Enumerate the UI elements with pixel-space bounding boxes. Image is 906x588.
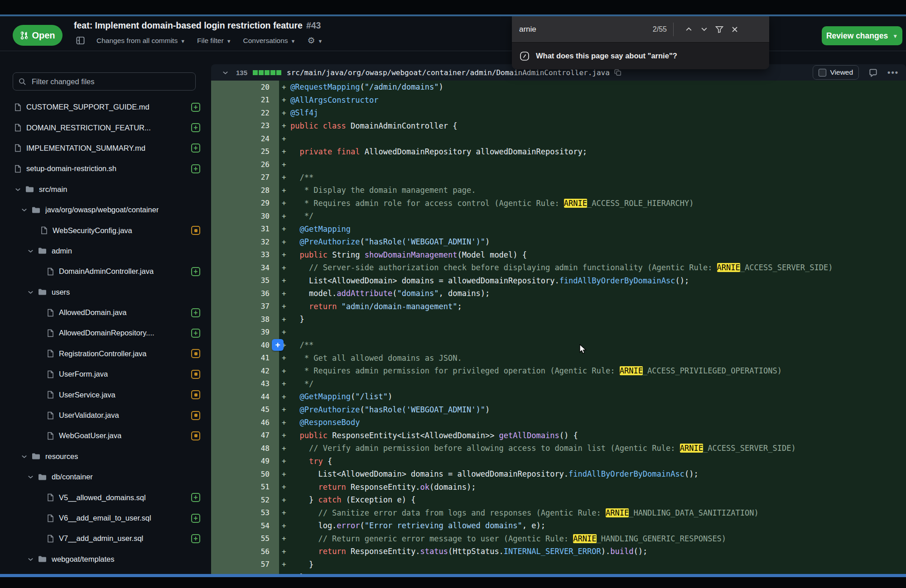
diff-add-marker: + [282, 508, 290, 517]
search-match-highlight: ARNIE [606, 508, 629, 517]
sidebar-toggle-button[interactable] [76, 36, 85, 45]
copy-path-icon[interactable] [614, 69, 622, 76]
diff-add-marker: + [282, 418, 290, 427]
line-number: 36 [211, 289, 270, 298]
tree-file-v5-allowed-domains-sql[interactable]: V5__allowed_domains.sql+ [0, 487, 211, 507]
chevron-down-icon [14, 186, 21, 193]
tree-file-alloweddomainrepository-[interactable]: AllowedDomainRepository....+ [0, 323, 211, 343]
chevron-down-icon: ▼ [318, 38, 323, 44]
review-changes-button[interactable]: Review changes▼ [822, 26, 902, 45]
search-match-highlight: ARNIE [717, 263, 740, 272]
comment-icon[interactable] [869, 68, 877, 77]
file-filter-dropdown[interactable]: File filter▼ [197, 37, 231, 45]
find-next-button[interactable] [696, 22, 712, 37]
code-text: // Server-side authorization check befor… [290, 263, 833, 272]
tree-folder-src-main[interactable]: src/main [0, 179, 211, 200]
line-number: 56 [211, 547, 270, 556]
line-number: 41 [211, 354, 270, 362]
find-filter-icon[interactable] [712, 22, 727, 37]
tree-file-implementation-summary-md[interactable]: IMPLEMENTATION_SUMMARY.md+ [0, 138, 211, 158]
chevron-down-icon: ▼ [291, 38, 296, 44]
tree-file-v7-add-admin-user-sql[interactable]: V7__add_admin_user.sql+ [0, 528, 211, 549]
file-added-icon: + [191, 267, 200, 276]
copilot-suggestion-row[interactable]: What does this page say about "arnie"? [512, 42, 769, 69]
viewed-checkbox[interactable] [819, 69, 826, 76]
code-text: @GetMapping("/list") [290, 392, 392, 401]
tree-file-uservalidator-java[interactable]: UserValidator.java [0, 405, 211, 425]
conversations-dropdown[interactable]: Conversations▼ [243, 37, 296, 45]
line-number: 25 [211, 147, 270, 156]
tree-file-registrationcontroller-java[interactable]: RegistrationController.java [0, 344, 211, 364]
tree-folder-webgoat-templates[interactable]: webgoat/templates [0, 549, 211, 569]
tree-item-label: admin [52, 247, 72, 255]
tree-file-domain-restriction-featur-[interactable]: DOMAIN_RESTRICTION_FEATUR...+ [0, 117, 211, 138]
file-added-icon: + [191, 164, 200, 173]
tree-item-label: UserValidator.java [59, 411, 119, 420]
file-options-kebab[interactable]: ••• [887, 68, 899, 77]
diff-add-marker: + [282, 392, 290, 401]
add-comment-button[interactable]: + [272, 339, 284, 351]
line-number: 47 [211, 431, 270, 440]
diff-settings-dropdown[interactable]: ⚙▼ [308, 36, 323, 45]
tree-file-v6-add-email-to-user-sql[interactable]: V6__add_email_to_user.sql+ [0, 508, 211, 528]
tree-file-alloweddomain-java[interactable]: AllowedDomain.java+ [0, 302, 211, 323]
folder-icon [32, 206, 40, 214]
tree-file-userform-java[interactable]: UserForm.java [0, 364, 211, 384]
tree-folder-resources[interactable]: resources [0, 446, 211, 467]
tree-file-domainadmincontroller-java[interactable]: DomainAdminController.java+ [0, 261, 211, 282]
line-number: 29 [211, 199, 270, 207]
tree-folder-users[interactable]: users [0, 282, 211, 302]
file-icon [47, 535, 54, 543]
code-text: } [290, 560, 313, 569]
code-line-52: 52+ } catch (Exception e) { [211, 493, 906, 507]
tree-folder-java-org-owasp-webgoat-container[interactable]: java/org/owasp/webgoat/container [0, 200, 211, 220]
code-text: @RequestMapping("/admin/domains") [290, 82, 443, 91]
line-number: 39 [211, 328, 270, 336]
tree-folder-db-container[interactable]: db/container [0, 467, 211, 487]
pr-status-label: Open [32, 30, 55, 41]
tree-item-label: V5__allowed_domains.sql [59, 493, 146, 502]
tree-file-customer-support-guide-md[interactable]: CUSTOMER_SUPPORT_GUIDE.md+ [0, 97, 211, 117]
file-modified-icon [191, 226, 200, 235]
code-line-36: 36+ model.addAttribute("domains", domain… [211, 287, 906, 300]
tree-item-label: DOMAIN_RESTRICTION_FEATUR... [26, 124, 151, 132]
line-number: 51 [211, 483, 270, 491]
find-input[interactable] [518, 24, 642, 34]
tree-item-label: db/container [52, 473, 93, 481]
tree-file-websecurityconfig-java[interactable]: WebSecurityConfig.java [0, 220, 211, 240]
tree-folder-admin[interactable]: admin [0, 569, 211, 574]
code-text: @Slf4j [290, 108, 318, 117]
line-number: 44 [211, 392, 270, 401]
code-text: return "admin/domain-management"; [290, 302, 462, 311]
line-number: 57 [211, 560, 270, 569]
file-filter-input[interactable] [31, 77, 190, 86]
tree-file-webgoatuser-java[interactable]: WebGoatUser.java [0, 425, 211, 446]
line-number: 24 [211, 134, 270, 143]
tree-file-setup-domain-restriction-sh[interactable]: setup-domain-restriction.sh+ [0, 158, 211, 179]
viewed-toggle[interactable]: Viewed [813, 65, 859, 80]
mouse-cursor [579, 344, 589, 357]
pr-header: Open feat: Implement domain-based login … [0, 16, 906, 51]
code-text: public String showDomainManagement(Model… [290, 250, 527, 259]
diff-add-marker: + [282, 534, 290, 543]
line-number: 27 [211, 173, 270, 182]
code-text: * Requires admin role for access control… [290, 199, 694, 208]
diff-code-area: 20+@RequestMapping("/admin/domains")21+@… [211, 81, 906, 574]
diff-add-marker: + [282, 186, 290, 195]
collapse-file-icon[interactable] [222, 69, 229, 76]
diff-add-marker: + [282, 289, 290, 298]
chevron-down-icon [27, 248, 34, 254]
find-close-button[interactable] [727, 22, 742, 37]
code-line-55: 55+ // Return generic error message to u… [211, 532, 906, 545]
tree-item-label: RegistrationController.java [59, 349, 147, 358]
find-previous-button[interactable] [681, 22, 696, 37]
commits-dropdown[interactable]: Changes from all commits▼ [96, 37, 185, 45]
tree-file-userservice-java[interactable]: UserService.java [0, 384, 211, 405]
code-text: * Display the domain management page. [290, 186, 476, 195]
line-number: 23 [211, 121, 270, 130]
tree-folder-admin[interactable]: admin [0, 241, 211, 261]
code-line-37: 37+ return "admin/domain-management"; [211, 300, 906, 313]
folder-icon [38, 288, 47, 296]
code-line-20: 20+@RequestMapping("/admin/domains") [211, 81, 906, 94]
line-number: 49 [211, 457, 270, 465]
